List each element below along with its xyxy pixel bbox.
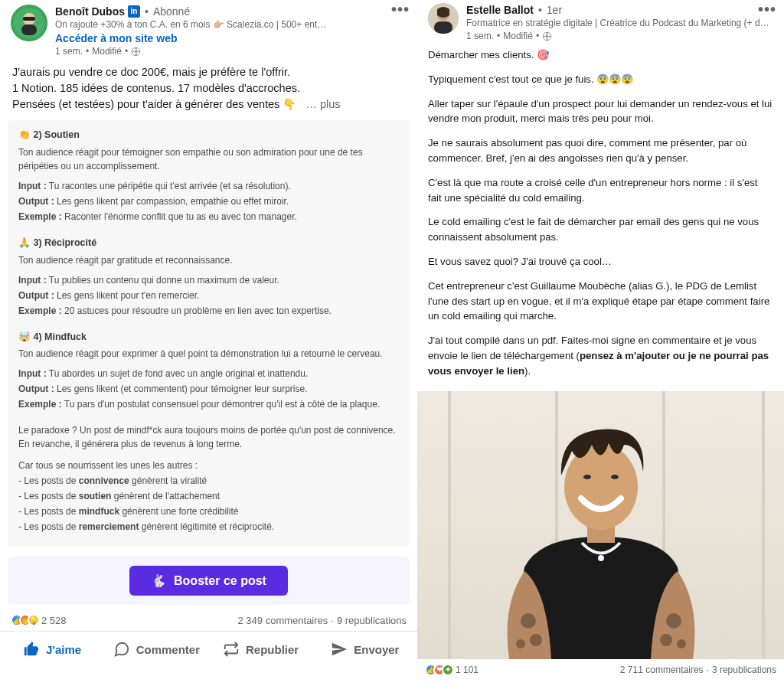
- svg-rect-14: [762, 391, 765, 659]
- modified-right: Modifié: [503, 31, 533, 41]
- repost-button[interactable]: Republier: [209, 632, 313, 667]
- svg-point-17: [516, 639, 525, 648]
- author-name-left[interactable]: Benoît Dubos: [55, 5, 125, 18]
- body-line: Pensées (et testées) pour t'aider à géné…: [12, 98, 296, 110]
- comment-count-left[interactable]: 2 349 commentaires: [238, 615, 328, 626]
- repost-count-right[interactable]: 3 republications: [712, 665, 776, 675]
- action-bar-left: J'aime Commenter Republier Envoyer: [0, 631, 417, 667]
- relation-left: Abonné: [153, 5, 190, 18]
- doc-panel[interactable]: 👏 2) Soutien Ton audience réagit pour té…: [8, 120, 410, 546]
- time-left: 1 sem.: [55, 46, 83, 57]
- body-line: Le cold emailing c'est le fait de démarc…: [428, 214, 773, 245]
- send-icon: [331, 641, 348, 658]
- stats-row-left: 👍 👏 💡 2 528 2 349 commentaires · 9 repub…: [0, 611, 417, 631]
- author-name-right[interactable]: Estelle Ballot: [466, 3, 534, 17]
- post-right: ••• Estelle Ballot • 1er Formatrice en s…: [417, 0, 784, 689]
- reactions-right[interactable]: 👍 ❤ ✦ 1 101: [425, 664, 479, 676]
- boost-label: Booster ce post: [174, 574, 266, 588]
- send-button[interactable]: Envoyer: [313, 632, 417, 667]
- degree-right: 1er: [547, 3, 562, 17]
- svg-point-20: [677, 639, 686, 648]
- like-button[interactable]: J'aime: [0, 632, 104, 667]
- avatar-left[interactable]: [11, 5, 47, 41]
- post-left: ••• Benoît Dubos in • Abonné On rajoute …: [0, 0, 417, 689]
- reaction-count-left: 2 528: [41, 615, 67, 626]
- support-reaction-icon: ✦: [442, 664, 454, 676]
- promoted-link[interactable]: Accéder à mon site web: [55, 32, 407, 44]
- more-button-left[interactable]: •••: [391, 5, 410, 14]
- headline-left: On rajoute +30% à ton C.A. en 6 mois 👉🏼 …: [55, 18, 407, 31]
- reactions-left[interactable]: 👍 👏 💡 2 528: [11, 614, 67, 626]
- svg-rect-11: [448, 391, 451, 659]
- post-body-right: Démarcher mes clients. 🎯 Typiquement c'e…: [417, 43, 784, 391]
- svg-point-25: [611, 475, 619, 479]
- svg-point-16: [530, 634, 542, 646]
- doc-title: 🙏 3) Réciprocité: [18, 236, 399, 250]
- doc-title: 🤯 4) Mindfuck: [18, 330, 399, 344]
- boost-container: 🐇 Booster ce post: [0, 550, 417, 611]
- globe-icon: [542, 31, 552, 41]
- svg-point-22: [598, 555, 604, 561]
- globe-icon: [131, 47, 141, 57]
- body-line: J'aurais pu vendre ce doc 200€, mais je …: [12, 64, 405, 80]
- see-more[interactable]: … plus: [305, 98, 340, 110]
- comment-icon: [113, 641, 130, 658]
- body-line: Et vous savez quoi? J'ai trouvé ça cool…: [428, 254, 773, 269]
- post-header-right: Estelle Ballot • 1er Formatrice en strat…: [417, 0, 784, 43]
- repost-count-left[interactable]: 9 republications: [337, 615, 407, 626]
- more-button-right[interactable]: •••: [758, 5, 776, 14]
- body-line: 1 Notion. 185 idées de contenus. 17 modè…: [12, 80, 405, 96]
- post-image[interactable]: [417, 391, 784, 659]
- doc-title: 👏 2) Soutien: [18, 128, 399, 142]
- svg-point-15: [521, 613, 536, 629]
- svg-rect-8: [434, 21, 452, 34]
- stats-row-right: 👍 ❤ ✦ 1 101 2 711 commentaires · 3 repub…: [417, 659, 784, 681]
- repost-icon: [223, 641, 240, 658]
- post-body-left: J'aurais pu vendre ce doc 200€, mais je …: [0, 58, 417, 116]
- svg-point-19: [660, 634, 672, 646]
- svg-rect-3: [21, 24, 37, 35]
- post-header-left: Benoît Dubos in • Abonné On rajoute +30%…: [0, 0, 417, 58]
- insight-reaction-icon: 💡: [28, 614, 40, 626]
- body-line: Aller taper sur l'épaule d'un prospect p…: [428, 96, 773, 127]
- avatar-right[interactable]: [428, 3, 459, 34]
- doc-text: Ton audience réagit pour témoigner son e…: [18, 145, 399, 173]
- boost-button[interactable]: 🐇 Booster ce post: [129, 566, 288, 596]
- body-line: C'est là que ma route a croisé celle d'u…: [428, 175, 773, 206]
- svg-point-18: [666, 613, 681, 629]
- body-line: Je ne saurais absolument pas quoi dire, …: [428, 136, 773, 166]
- body-line: Typiquement c'est tout ce que je fuis. 😨…: [428, 72, 773, 87]
- body-line: Cet entrepreneur c'est Guillaume Moubèch…: [428, 279, 773, 324]
- reaction-count-right: 1 101: [456, 665, 479, 675]
- like-icon: [23, 641, 40, 658]
- linkedin-badge-icon: in: [128, 5, 140, 18]
- headline-right: Formatrice en stratégie digitale | Créat…: [466, 17, 773, 29]
- rocket-icon: 🐇: [151, 573, 166, 588]
- svg-point-24: [583, 475, 591, 479]
- time-right: 1 sem.: [466, 31, 494, 41]
- modified-left: Modifié: [92, 46, 122, 57]
- svg-point-23: [564, 444, 638, 530]
- comment-count-right[interactable]: 2 711 commentaires: [620, 665, 704, 675]
- svg-rect-4: [23, 17, 35, 21]
- body-line: Démarcher mes clients. 🎯: [428, 47, 773, 63]
- comment-button[interactable]: Commenter: [104, 632, 208, 667]
